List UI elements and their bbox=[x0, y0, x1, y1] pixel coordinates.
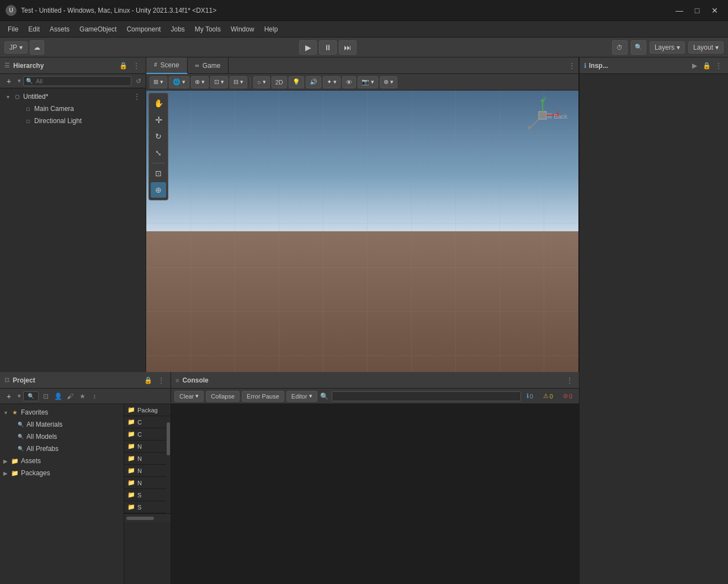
menu-jobs[interactable]: Jobs bbox=[166, 23, 189, 35]
scale-tool-button[interactable]: ⤡ bbox=[151, 145, 166, 161]
rect-icon: ⊡ bbox=[155, 169, 162, 178]
project-tree-all-materials[interactable]: ▾ 🔍 All Materials bbox=[0, 418, 124, 431]
console-menu-icon[interactable]: ⋮ bbox=[565, 375, 575, 385]
layout-dropdown[interactable]: Layout ▾ bbox=[688, 41, 724, 54]
move-tool-button[interactable]: ✛ bbox=[151, 112, 166, 128]
hand-tool-button[interactable]: ✋ bbox=[151, 95, 166, 111]
scene-canvas[interactable]: ✋ ✛ ↻ ⤡ ⊡ ⊕ bbox=[146, 91, 578, 372]
package-item-5[interactable]: 📁N bbox=[124, 477, 166, 489]
scene-visibility-btn[interactable]: 👁 bbox=[342, 76, 356, 88]
hierarchy-menu-icon[interactable]: ⋮ bbox=[131, 61, 141, 71]
menu-mytools[interactable]: My Tools bbox=[190, 23, 225, 35]
package-item-4[interactable]: 📁N bbox=[124, 465, 166, 477]
menu-gameobject[interactable]: GameObject bbox=[75, 23, 121, 35]
hierarchy-item-directional-light[interactable]: ▾ □ Directional Light bbox=[0, 115, 146, 127]
scene-2d-btn[interactable]: 2D bbox=[272, 76, 287, 88]
project-tree-assets[interactable]: ▶ 📁 Assets bbox=[0, 455, 124, 467]
info-badge[interactable]: ℹ 0 bbox=[523, 391, 536, 401]
project-tree-packages[interactable]: ▶ 📁 Packages bbox=[0, 467, 124, 479]
scene-lighting-btn[interactable]: 💡 bbox=[289, 76, 304, 88]
scene-camera-btn[interactable]: 📷 ▾ bbox=[358, 76, 378, 88]
hierarchy-add-button[interactable]: + bbox=[2, 76, 15, 87]
clear-chevron-icon: ▾ bbox=[195, 392, 199, 400]
pkg-folder-icon-2: 📁 bbox=[127, 443, 135, 450]
restore-button[interactable]: □ bbox=[689, 4, 705, 17]
scene-transform-btn[interactable]: ⊞ ▾ bbox=[150, 76, 167, 88]
project-tree-favorites[interactable]: ▾ ★ Favorites bbox=[0, 406, 124, 418]
minimize-button[interactable]: — bbox=[672, 4, 687, 17]
svg-text:y: y bbox=[544, 96, 546, 100]
package-item-7[interactable]: 📁S bbox=[124, 501, 166, 513]
project-scrollbar[interactable] bbox=[166, 416, 171, 513]
package-item-3[interactable]: 📁N bbox=[124, 453, 166, 465]
search-toolbar-button[interactable]: 🔍 bbox=[631, 40, 646, 55]
error-badge[interactable]: ⊘ 0 bbox=[560, 391, 576, 401]
cloud-button[interactable]: ☁ bbox=[30, 40, 44, 55]
rotate-tool-button[interactable]: ↻ bbox=[151, 129, 166, 144]
project-search-box[interactable]: 🔍 bbox=[23, 391, 39, 401]
menu-assets[interactable]: Assets bbox=[45, 23, 74, 35]
console-editor-button[interactable]: Editor ▾ bbox=[286, 391, 317, 402]
project-scrollbar-thumb[interactable] bbox=[167, 422, 170, 455]
app-title: Test - Untitled - Windows, Mac, Linux - … bbox=[21, 7, 667, 14]
console-clear-button[interactable]: Clear ▾ bbox=[174, 391, 204, 402]
hierarchy-item-menu-icon[interactable]: ⋮ bbox=[132, 92, 141, 101]
console-error-pause-button[interactable]: Error Pause bbox=[242, 391, 284, 402]
layers-dropdown[interactable]: Layers ▾ bbox=[650, 41, 685, 54]
hierarchy-item-main-camera[interactable]: ▾ □ Main Camera bbox=[0, 103, 146, 115]
rect-tool-button[interactable]: ⊡ bbox=[151, 166, 166, 181]
step-button[interactable]: ⏭ bbox=[339, 40, 357, 55]
menu-component[interactable]: Component bbox=[122, 23, 165, 35]
scene-gizmo-btn[interactable]: ⊕ ▾ bbox=[380, 76, 397, 88]
console-search-input[interactable] bbox=[332, 391, 521, 401]
project-bottom-scrollbar[interactable] bbox=[124, 513, 171, 522]
scene-audio-btn[interactable]: 🔊 bbox=[306, 76, 321, 88]
scene-snap-btn[interactable]: ⊕ ▾ bbox=[191, 76, 209, 88]
play-button[interactable]: ▶ bbox=[299, 40, 317, 55]
project-user-icon[interactable]: 👤 bbox=[53, 391, 63, 401]
hierarchy-search-input[interactable] bbox=[34, 77, 129, 86]
game-tab[interactable]: ∞ Game bbox=[188, 57, 229, 74]
close-button[interactable]: ✕ bbox=[707, 4, 722, 17]
hierarchy-lock-icon[interactable]: 🔒 bbox=[118, 61, 128, 71]
project-lock-icon[interactable]: 🔒 bbox=[143, 375, 153, 385]
scene-ruler-btn[interactable]: ⊟ ▾ bbox=[230, 76, 247, 88]
menu-file[interactable]: File bbox=[3, 23, 23, 35]
package-item-2[interactable]: 📁N bbox=[124, 440, 166, 453]
project-brush-icon[interactable]: 🖌 bbox=[65, 391, 75, 401]
menu-edit[interactable]: Edit bbox=[24, 23, 44, 35]
hierarchy-item-untitled[interactable]: ▾ ⬡ Untitled* ⋮ bbox=[0, 91, 146, 103]
package-item-1[interactable]: 📁C bbox=[124, 428, 166, 440]
menu-help[interactable]: Help bbox=[260, 23, 283, 35]
transform-all-tool-button[interactable]: ⊕ bbox=[151, 182, 166, 198]
project-view-icon[interactable]: ⊡ bbox=[41, 391, 51, 401]
inspector-lock-icon[interactable]: 🔒 bbox=[702, 61, 711, 71]
project-sort-icon[interactable]: ↕ bbox=[89, 391, 99, 401]
scene-snap2-btn[interactable]: ⊡ ▾ bbox=[210, 76, 228, 88]
menu-window[interactable]: Window bbox=[226, 23, 259, 35]
scene-effects-btn[interactable]: ✦ ▾ bbox=[323, 76, 341, 88]
scene-gizmo[interactable]: x y ☰ Back bbox=[523, 96, 567, 140]
project-star-icon[interactable]: ★ bbox=[77, 391, 87, 401]
inspector-arrow-right-icon[interactable]: ▶ bbox=[689, 61, 699, 71]
console-collapse-button[interactable]: Collapse bbox=[206, 391, 240, 402]
project-tree-all-models[interactable]: ▾ 🔍 All Models bbox=[0, 431, 124, 443]
history-button[interactable]: ⏱ bbox=[612, 40, 628, 55]
warn-badge[interactable]: ⚠ 0 bbox=[540, 391, 556, 401]
account-button[interactable]: JP ▾ bbox=[4, 41, 28, 54]
project-add-button[interactable]: + bbox=[2, 391, 15, 402]
scene-shading-btn[interactable]: ○ ▾ bbox=[253, 76, 270, 88]
scene-grid-btn[interactable]: 🌐 ▾ bbox=[169, 76, 189, 88]
gizmo-back-label[interactable]: ☰ Back bbox=[547, 113, 567, 120]
scene-menu-icon[interactable]: ⋮ bbox=[565, 57, 578, 74]
package-item-6[interactable]: 📁S bbox=[124, 489, 166, 501]
package-item-0[interactable]: 📁C bbox=[124, 416, 166, 428]
scene-tab[interactable]: # Scene bbox=[146, 57, 188, 74]
inspector-menu-icon[interactable]: ⋮ bbox=[714, 61, 724, 71]
package-header: 📁 Packag bbox=[124, 404, 171, 416]
hierarchy-reset-icon[interactable]: ↺ bbox=[134, 76, 144, 86]
console-search-icon[interactable]: 🔍 bbox=[320, 391, 330, 401]
project-menu-icon[interactable]: ⋮ bbox=[156, 375, 166, 385]
project-tree-all-prefabs[interactable]: ▾ 🔍 All Prefabs bbox=[0, 443, 124, 455]
pause-button[interactable]: ⏸ bbox=[319, 40, 337, 55]
